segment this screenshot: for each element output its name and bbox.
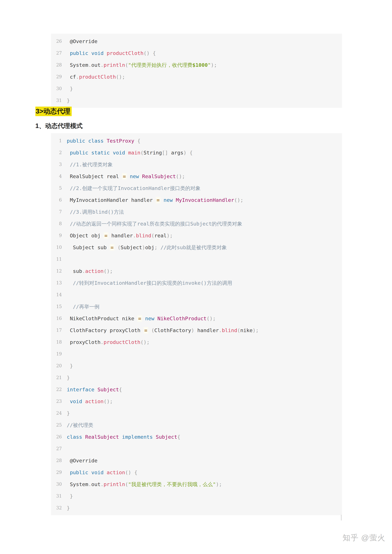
code-token-pln	[157, 245, 161, 250]
code-token-pln: MyInvocationHandler handler	[67, 197, 156, 203]
code-token-pun: ()	[125, 470, 131, 475]
code-text: proxyCloth.productCloth();	[67, 336, 342, 348]
line-number: 1	[51, 135, 67, 147]
code-line: 7 //3.调用blind()方法	[51, 206, 342, 218]
line-number: 29	[51, 466, 67, 478]
watermark: 知乎 @萤火	[343, 533, 385, 543]
code-token-com: //1.被代理类对象	[70, 161, 113, 168]
line-number: 21	[51, 372, 67, 384]
code-line: 28 @Override	[51, 455, 342, 466]
code-text: Subject sub = (Subject)obj; //此时sub就是被代理…	[67, 241, 342, 253]
code-token-pln	[67, 470, 70, 475]
code-token-pln: @Override	[67, 458, 98, 463]
code-token-cls: TestProxy	[107, 138, 134, 144]
code-token-pln: handler	[194, 327, 219, 333]
line-number: 22	[51, 384, 67, 395]
code-token-fn: println	[104, 62, 125, 68]
code-token-fn: productCloth	[79, 74, 116, 80]
code-text: interface Subject{	[67, 384, 342, 395]
code-line: 26 @Override	[51, 35, 342, 47]
code-text: void action();	[67, 395, 342, 407]
code-text: }	[67, 502, 342, 514]
code-token-pln	[82, 434, 85, 440]
code-token-eq: =	[144, 327, 148, 334]
code-text	[67, 348, 342, 360]
code-token-pun: .	[88, 62, 91, 68]
code-text: RealSubject real = new RealSubject();	[67, 170, 342, 182]
code-line: 3 //1.被代理类对象	[51, 159, 342, 170]
line-number: 18	[51, 336, 67, 348]
code-line: 17 ClothFactory proxyCloth = (ClothFacto…	[51, 324, 342, 336]
code-token-pln	[67, 86, 70, 92]
code-token-pun: {	[153, 50, 156, 56]
code-token-pln: System	[67, 481, 88, 487]
line-number: 27	[51, 443, 67, 455]
code-token-kw: void	[91, 470, 104, 475]
code-token-kw: static	[91, 150, 110, 156]
code-text: //2.创建一个实现了InvocationHandler接口类的对象	[67, 182, 342, 194]
code-token-pln	[67, 493, 70, 499]
code-token-pun: }	[70, 493, 73, 499]
code-token-pln: obj	[145, 245, 154, 250]
line-number: 17	[51, 324, 67, 336]
code-token-pln: ClothFactory proxyCloth	[67, 327, 144, 333]
code-token-pln: Subject	[120, 245, 142, 250]
code-token-pun: (	[151, 233, 154, 238]
code-token-pln	[148, 327, 151, 333]
code-line: 2 public static void main(String[] args)…	[51, 147, 342, 159]
code-token-pun: ();	[104, 398, 113, 404]
code-token-kw: void	[113, 150, 125, 156]
code-token-pln	[67, 185, 70, 191]
code-token-fn: main	[128, 150, 140, 156]
code-line: 5 //2.创建一个实现了InvocationHandler接口类的对象	[51, 182, 342, 194]
line-number: 7	[51, 206, 67, 218]
code-token-com: //3.调用blind()方法	[70, 209, 124, 215]
code-token-pun: (	[125, 481, 128, 487]
code-token-str: "代理类开始执行，收代理费	[128, 62, 192, 68]
code-token-pln: NikeClothProduct nike	[67, 316, 137, 321]
code-token-kw: void	[91, 50, 104, 56]
code-token-pun: );	[252, 327, 259, 333]
line-number: 20	[51, 360, 67, 372]
code-token-pln	[67, 363, 70, 369]
code-token-pln	[186, 150, 189, 156]
code-line: 13 //转到对InvocationHandler接口的实现类的invoke()…	[51, 277, 342, 289]
code-token-pun: )	[183, 150, 186, 156]
line-number: 26	[51, 431, 67, 443]
code-token-pln	[154, 316, 158, 321]
line-number: 14	[51, 289, 67, 301]
code-token-pun: (	[118, 245, 121, 250]
code-token-pln: nike	[240, 327, 252, 333]
line-number: 3	[51, 159, 67, 170]
line-number: 24	[51, 407, 67, 419]
code-token-pln	[94, 386, 98, 393]
code-token-pun: );	[211, 62, 217, 68]
code-line: 29 cf.productCloth();	[51, 71, 342, 83]
code-token-pun: }	[67, 505, 70, 511]
code-line: 32}	[51, 502, 342, 514]
code-text	[67, 289, 342, 301]
code-token-pun: []	[162, 150, 168, 156]
code-token-pln	[131, 470, 134, 475]
code-token-pln	[173, 197, 176, 203]
code-token-pln: ClothFactory	[154, 327, 191, 333]
code-token-pun: {	[137, 138, 140, 144]
code-text: NikeClothProduct nike = new NikeClothPro…	[67, 313, 342, 324]
code-line: 24}	[51, 407, 342, 419]
code-token-fn: action	[85, 398, 104, 404]
code-token-pun: }	[67, 375, 70, 381]
code-line: 29 public void action() {	[51, 466, 342, 478]
line-number: 28	[51, 455, 67, 466]
code-text: class RealSubject implements Subject{	[67, 431, 342, 443]
code-line: 27	[51, 443, 342, 455]
code-token-pun: )	[191, 327, 194, 333]
code-text: ClothFactory proxyCloth = (ClothFactory)…	[67, 324, 342, 336]
code-token-com: //被代理类	[67, 422, 93, 428]
code-line: 18 proxyCloth.productCloth();	[51, 336, 342, 348]
code-line: 11	[51, 253, 342, 265]
code-token-kw: new	[130, 173, 139, 179]
code-token-pun: .	[76, 74, 79, 80]
code-line: 31}	[51, 95, 342, 106]
code-token-pun: .	[133, 233, 136, 238]
code-token-cls: Subject	[98, 386, 119, 393]
